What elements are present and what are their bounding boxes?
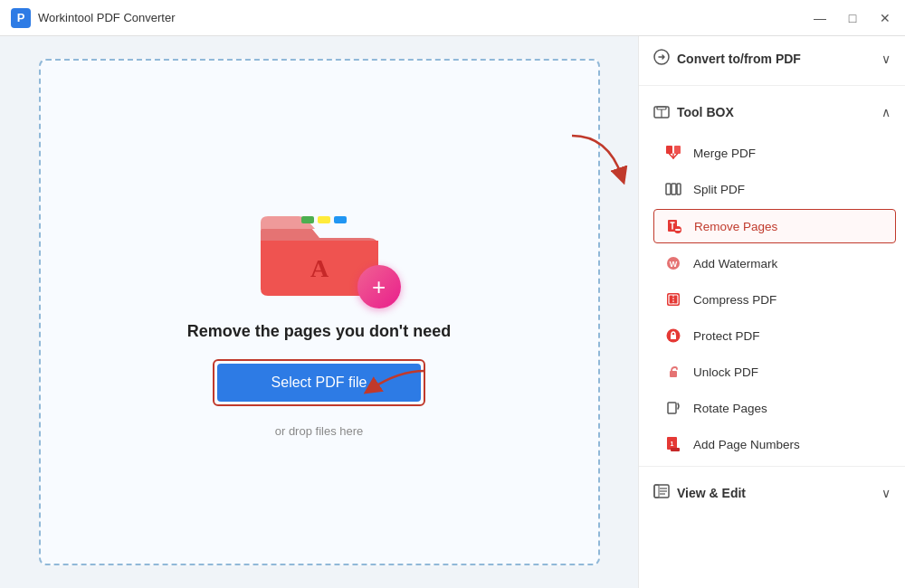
protect-icon bbox=[664, 327, 682, 345]
svg-rect-12 bbox=[672, 184, 676, 194]
sidebar-item-watermark[interactable]: W Add Watermark bbox=[639, 245, 905, 281]
protect-label: Protect PDF bbox=[693, 329, 760, 343]
select-btn-wrapper: Select PDF file bbox=[213, 359, 426, 406]
sidebar-item-protect[interactable]: Protect PDF bbox=[639, 318, 905, 354]
rotate-label: Rotate Pages bbox=[693, 402, 767, 415]
viewedit-chevron: ∨ bbox=[881, 486, 891, 500]
titlebar: P Workintool PDF Converter — □ ✕ bbox=[0, 0, 905, 36]
drop-title: Remove the pages you don't need bbox=[187, 322, 451, 341]
pagenumbers-icon: 1 bbox=[664, 435, 682, 453]
sidebar-item-unlock[interactable]: Unlock PDF bbox=[639, 354, 905, 390]
svg-rect-1 bbox=[318, 216, 330, 223]
remove-label: Remove Pages bbox=[694, 220, 777, 233]
maximize-button[interactable]: □ bbox=[843, 11, 862, 25]
svg-rect-2 bbox=[334, 216, 347, 223]
svg-text:W: W bbox=[670, 260, 678, 269]
merge-label: Merge PDF bbox=[693, 147, 756, 160]
rotate-icon bbox=[664, 399, 682, 417]
svg-rect-6 bbox=[657, 107, 666, 109]
divider-2 bbox=[639, 466, 905, 467]
divider-1 bbox=[639, 85, 905, 86]
remove-icon bbox=[665, 217, 683, 235]
toolbox-section-icon bbox=[653, 102, 670, 122]
svg-rect-11 bbox=[666, 184, 671, 194]
svg-rect-25 bbox=[668, 403, 676, 413]
svg-rect-13 bbox=[677, 184, 681, 194]
toolbox-section-label: Tool BOX bbox=[677, 105, 734, 119]
unlock-label: Unlock PDF bbox=[693, 365, 758, 379]
split-icon bbox=[664, 180, 682, 198]
unlock-icon bbox=[664, 363, 682, 381]
compress-label: Compress PDF bbox=[693, 293, 776, 307]
svg-rect-28 bbox=[671, 448, 680, 451]
sidebar-item-merge[interactable]: Merge PDF bbox=[639, 135, 905, 171]
convert-section-label: Convert to/from PDF bbox=[677, 52, 801, 66]
svg-rect-23 bbox=[671, 335, 676, 339]
close-button[interactable]: ✕ bbox=[876, 11, 894, 25]
svg-rect-9 bbox=[674, 146, 681, 154]
convert-section-icon bbox=[653, 49, 670, 69]
svg-rect-8 bbox=[666, 146, 672, 154]
sidebar-item-compress[interactable]: Compress PDF bbox=[639, 281, 905, 318]
compress-icon bbox=[664, 290, 682, 308]
watermark-icon: W bbox=[664, 254, 682, 272]
app-logo: P bbox=[11, 8, 31, 28]
drop-hint: or drop files here bbox=[275, 424, 364, 438]
window-controls: — □ ✕ bbox=[811, 11, 894, 25]
pagenumbers-label: Add Page Numbers bbox=[693, 438, 800, 451]
sidebar-item-pagenumbers[interactable]: 1 Add Page Numbers bbox=[639, 426, 905, 462]
content-wrapper: A + Remove the pages you don't need Sele… bbox=[0, 36, 638, 588]
sidebar-section-convert[interactable]: Convert to/from PDF ∨ bbox=[639, 36, 905, 81]
svg-text:1: 1 bbox=[671, 441, 674, 447]
select-pdf-button[interactable]: Select PDF file bbox=[217, 364, 422, 402]
content-area: A + Remove the pages you don't need Sele… bbox=[0, 36, 638, 588]
merge-icon bbox=[664, 144, 682, 162]
svg-rect-24 bbox=[670, 371, 677, 377]
viewedit-section-label: View & Edit bbox=[677, 486, 746, 500]
sidebar-section-toolbox[interactable]: Tool BOX ∧ bbox=[639, 90, 905, 135]
sidebar-item-rotate[interactable]: Rotate Pages bbox=[639, 390, 905, 426]
main-layout: A + Remove the pages you don't need Sele… bbox=[0, 36, 905, 588]
plus-badge: + bbox=[357, 265, 401, 308]
viewedit-section-icon bbox=[653, 483, 670, 503]
watermark-label: Add Watermark bbox=[693, 257, 777, 270]
sidebar: Convert to/from PDF ∨ Tool BOX ∧ bbox=[638, 36, 905, 588]
drop-zone[interactable]: A + Remove the pages you don't need Sele… bbox=[39, 59, 600, 565]
sidebar-item-remove[interactable]: Remove Pages bbox=[653, 209, 896, 243]
app-title: Workintool PDF Converter bbox=[38, 11, 811, 24]
convert-chevron: ∨ bbox=[881, 52, 891, 66]
svg-text:A: A bbox=[310, 254, 329, 282]
toolbox-chevron: ∧ bbox=[881, 105, 891, 119]
split-label: Split PDF bbox=[693, 183, 745, 196]
sidebar-item-split[interactable]: Split PDF bbox=[639, 171, 905, 207]
sidebar-section-viewedit[interactable]: View & Edit ∨ bbox=[639, 470, 905, 516]
svg-rect-0 bbox=[301, 216, 314, 223]
folder-illustration: A + bbox=[247, 186, 392, 304]
minimize-button[interactable]: — bbox=[811, 11, 829, 25]
